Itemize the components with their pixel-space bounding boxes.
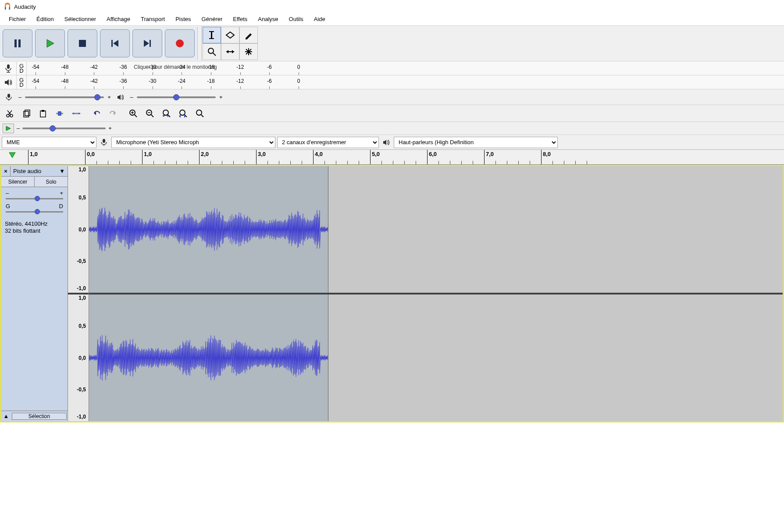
timeline-ruler[interactable]: 1,00,01,02,03,04,05,06,07,08,0 (0, 150, 784, 165)
meter-tick-label: -42 (90, 78, 98, 84)
menu-analyze[interactable]: Analyse (253, 14, 283, 25)
ruler-tick-label: 8,0 (543, 151, 551, 157)
track-menu-button[interactable]: Piste audio▼ (10, 166, 68, 176)
svg-rect-6 (111, 40, 113, 47)
menu-file[interactable]: Fichier (4, 14, 31, 25)
menu-tracks[interactable]: Pistes (170, 14, 196, 25)
playback-device-select[interactable]: Haut-parleurs (High Definition (394, 137, 558, 148)
meter-tick-label: -54 (32, 64, 39, 70)
play-at-speed-button[interactable] (3, 124, 14, 133)
svg-marker-19 (232, 50, 234, 53)
recording-volume-slider[interactable] (25, 96, 104, 98)
svg-marker-60 (179, 114, 181, 118)
menu-effects[interactable]: Effets (228, 14, 253, 25)
tool-draw[interactable] (239, 27, 258, 43)
menu-help[interactable]: Aide (309, 14, 331, 25)
pan-right-label: D (59, 203, 63, 209)
play-button[interactable] (35, 29, 65, 57)
svg-rect-1 (9, 7, 11, 10)
track-control-panel: × Piste audio▼ Silencer Solo –+ GD Stéré… (1, 166, 68, 421)
svg-line-52 (151, 115, 153, 117)
skip-start-button[interactable] (100, 29, 130, 57)
amplitude-label: 1,0 (78, 167, 86, 173)
svg-marker-27 (5, 79, 9, 85)
meter-tick-label: -36 (119, 78, 127, 84)
edit-toolbar (0, 105, 784, 122)
pan-left-label: G (6, 203, 10, 209)
menu-generate[interactable]: Générer (196, 14, 228, 25)
svg-marker-8 (144, 40, 149, 47)
track-select-button[interactable]: Sélection (12, 413, 67, 420)
waveform-channel-right[interactable] (89, 293, 783, 421)
redo-button[interactable] (105, 106, 121, 121)
undo-button[interactable] (89, 106, 104, 121)
meter-tick-label: -6 (267, 78, 272, 84)
chevron-down-icon: ▼ (59, 168, 65, 174)
playhead-marker-icon[interactable] (0, 150, 25, 164)
svg-marker-68 (9, 153, 15, 158)
track-collapse-button[interactable]: ▲ (1, 413, 11, 419)
recording-channels-select[interactable]: 2 canaux d'enregistremer (277, 137, 379, 148)
solo-button[interactable]: Solo (35, 177, 68, 187)
svg-marker-4 (47, 39, 54, 47)
track-close-button[interactable]: × (1, 168, 10, 174)
meter-tick-label: -24 (178, 64, 185, 70)
playback-speed-slider[interactable] (22, 128, 106, 129)
meter-tick-label: -48 (61, 64, 68, 70)
meter-tick-label: -48 (61, 78, 68, 84)
svg-marker-67 (383, 140, 386, 145)
mute-button[interactable]: Silencer (1, 177, 35, 187)
cut-button[interactable] (2, 106, 18, 121)
svg-point-32 (10, 114, 13, 117)
tool-envelope[interactable] (221, 27, 239, 43)
silence-button[interactable] (68, 106, 84, 121)
paste-button[interactable] (35, 106, 51, 121)
playback-volume-slider[interactable] (137, 96, 216, 98)
menu-edit[interactable]: Édition (31, 14, 59, 25)
recording-meter[interactable]: GD Cliquer pour démarrer le monitoring -… (0, 61, 784, 75)
skip-end-button[interactable] (132, 29, 162, 57)
zoom-in-button[interactable] (125, 106, 141, 121)
menu-view[interactable]: Affichage (101, 14, 135, 25)
tool-multi[interactable] (239, 43, 258, 60)
meter-tick-label: -6 (267, 64, 272, 70)
trim-button[interactable] (52, 106, 68, 121)
svg-point-62 (196, 110, 202, 115)
track-waveform-area[interactable] (89, 166, 783, 421)
zoom-toggle-button[interactable] (192, 106, 208, 121)
track-vertical-axis[interactable]: 1,00,50,0-0,5-1,0 1,00,50,0-0,5-1,0 (68, 166, 89, 421)
mixer-toolbar: – + – + (0, 89, 784, 105)
svg-rect-9 (150, 40, 151, 47)
track-pan-slider[interactable] (6, 211, 63, 213)
record-button[interactable] (165, 29, 195, 57)
zoom-out-button[interactable] (142, 106, 158, 121)
zoom-fit-button[interactable] (175, 106, 191, 121)
tool-timeshift[interactable] (221, 43, 239, 60)
transport-toolbar (0, 27, 198, 60)
amplitude-label: -1,0 (77, 285, 86, 291)
tool-selection[interactable] (203, 27, 221, 43)
ruler-tick-label: 2,0 (201, 151, 209, 157)
zoom-selection-button[interactable] (159, 106, 175, 121)
recording-device-select[interactable]: Microphone (Yeti Stereo Microph (111, 137, 275, 148)
svg-rect-28 (7, 94, 10, 98)
ruler-tick-label: 6,0 (429, 151, 437, 157)
pause-button[interactable] (3, 29, 32, 57)
tool-zoom[interactable] (203, 43, 221, 60)
playback-meter[interactable]: GD -54-48-42-36-30-24-18-12-60 (0, 75, 784, 89)
ruler-tick-label: 4,0 (315, 151, 323, 157)
meter-tick-label: -30 (149, 64, 156, 70)
amplitude-label: 1,0 (78, 295, 86, 301)
track-gain-slider[interactable] (6, 198, 63, 199)
meter-channels-label: GD (17, 78, 26, 87)
svg-marker-18 (226, 50, 228, 53)
stop-button[interactable] (68, 29, 97, 57)
meter-tick-label: 0 (297, 64, 300, 70)
menu-select[interactable]: Sélectionner (59, 14, 101, 25)
svg-rect-37 (40, 111, 46, 117)
copy-button[interactable] (18, 106, 34, 121)
waveform-channel-left[interactable] (89, 166, 783, 293)
menu-transport[interactable]: Transport (135, 14, 170, 25)
audio-host-select[interactable]: MME (2, 137, 96, 148)
menu-tools[interactable]: Outils (284, 14, 309, 25)
